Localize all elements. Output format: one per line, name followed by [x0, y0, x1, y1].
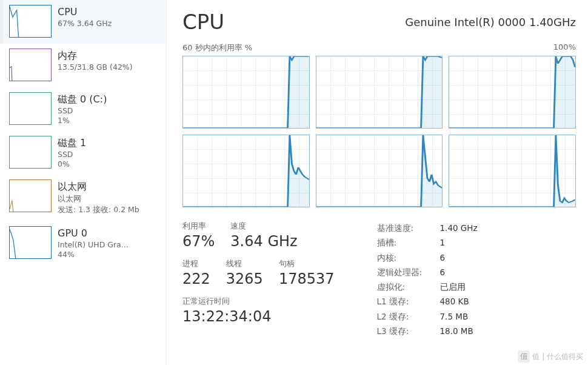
sidebar-item-disk-0[interactable]: 磁盘 0 (C:) SSD 1%: [0, 87, 166, 131]
spec-key: 基准速度:: [377, 221, 433, 235]
sidebar-subtitle: Intel(R) UHD Gra...: [58, 240, 129, 249]
sidebar-subtitle2: 1%: [58, 116, 107, 125]
watermark-icon: 值: [518, 350, 530, 363]
sidebar: CPU 67% 3.64 GHz 内存 13.5/31.8 GB (42%) 磁…: [0, 0, 167, 365]
spec-val: 7.5 MB: [440, 309, 469, 324]
speed-value: 3.64 GHz: [230, 233, 297, 250]
spec-val: 6: [440, 265, 446, 280]
sidebar-subtitle: 13.5/31.8 GB (42%): [58, 62, 133, 72]
sidebar-subtitle2: 44%: [58, 250, 129, 259]
thread-label: 线程: [226, 258, 263, 269]
axis-label: 60 秒内的利用率 %: [182, 42, 252, 53]
speed-label: 速度: [230, 221, 297, 232]
sidebar-subtitle2: 发送: 1.3 接收: 0.2 Mb: [58, 205, 139, 215]
thumbnail-memory-icon: [9, 49, 52, 81]
sidebar-item-cpu[interactable]: CPU 67% 3.64 GHz: [0, 0, 166, 44]
spec-key: 虚拟化:: [377, 280, 433, 294]
proc-label: 进程: [182, 258, 210, 269]
spec-key: L1 缓存:: [377, 294, 433, 309]
spec-table: 基准速度:1.40 GHz 插槽:1 内核:6 逻辑处理器:6 虚拟化:已启用 …: [377, 221, 478, 338]
thumbnail-gpu-icon: [9, 226, 52, 259]
spec-val: 480 KB: [440, 294, 469, 309]
sidebar-title: CPU: [58, 6, 112, 18]
spec-val: 18.0 MB: [440, 324, 473, 338]
thumbnail-disk0-icon: [9, 92, 52, 125]
thumbnail-cpu-icon: [9, 5, 52, 38]
spec-key: 逻辑处理器:: [377, 265, 433, 280]
sidebar-subtitle2: 0%: [58, 159, 86, 169]
sidebar-title: 以太网: [58, 181, 139, 192]
spec-val: 6: [440, 250, 446, 265]
handle-label: 句柄: [279, 258, 335, 269]
sidebar-title: 内存: [58, 50, 133, 61]
util-label: 利用率: [182, 221, 215, 232]
sidebar-subtitle: SSD: [58, 150, 86, 159]
core-chart-1[interactable]: [316, 56, 443, 129]
spec-val: 已启用: [440, 280, 466, 294]
sidebar-title: 磁盘 1: [58, 137, 86, 149]
cpu-model: Genuine Intel(R) 0000 1.40GHz: [405, 10, 576, 28]
watermark-text: 值 | 什么值得买: [532, 352, 583, 362]
sidebar-subtitle: SSD: [58, 106, 107, 115]
core-chart-3[interactable]: [182, 135, 310, 207]
page-title: CPU: [182, 10, 224, 34]
handle-value: 178537: [279, 270, 335, 287]
watermark: 值 值 | 什么值得买: [518, 350, 583, 363]
core-chart-4[interactable]: [316, 135, 443, 207]
thread-value: 3265: [226, 270, 263, 287]
thumbnail-ethernet-icon: [9, 179, 52, 212]
proc-value: 222: [182, 270, 210, 287]
uptime-label: 正常运行时间: [182, 296, 335, 307]
cpu-core-chart-grid: [182, 56, 576, 207]
spec-val: 1.40 GHz: [440, 221, 478, 235]
sidebar-item-disk-1[interactable]: 磁盘 1 SSD 0%: [0, 131, 166, 175]
uptime-value: 13:22:34:04: [182, 308, 335, 325]
sidebar-item-gpu[interactable]: GPU 0 Intel(R) UHD Gra... 44%: [0, 221, 166, 265]
sidebar-subtitle: 67% 3.64 GHz: [58, 19, 112, 28]
spec-val: 1: [440, 235, 446, 250]
thumbnail-disk1-icon: [9, 136, 52, 169]
stats-block: 利用率 67% 速度 3.64 GHz 进程 222 线程 32: [182, 221, 335, 338]
axis-max: 100%: [553, 42, 576, 53]
sidebar-item-ethernet[interactable]: 以太网 以太网 发送: 1.3 接收: 0.2 Mb: [0, 175, 166, 221]
sidebar-title: 磁盘 0 (C:): [58, 93, 107, 105]
core-chart-0[interactable]: [182, 56, 310, 129]
main-panel: CPU Genuine Intel(R) 0000 1.40GHz 60 秒内的…: [167, 0, 588, 365]
core-chart-2[interactable]: [449, 56, 576, 129]
spec-key: L3 缓存:: [377, 324, 433, 338]
core-chart-5[interactable]: [449, 135, 576, 207]
spec-key: L2 缓存:: [377, 309, 433, 324]
sidebar-subtitle: 以太网: [58, 194, 139, 204]
sidebar-title: GPU 0: [58, 227, 129, 239]
util-value: 67%: [182, 233, 215, 250]
sidebar-item-memory[interactable]: 内存 13.5/31.8 GB (42%): [0, 44, 166, 87]
spec-key: 插槽:: [377, 235, 433, 250]
spec-key: 内核:: [377, 250, 433, 265]
